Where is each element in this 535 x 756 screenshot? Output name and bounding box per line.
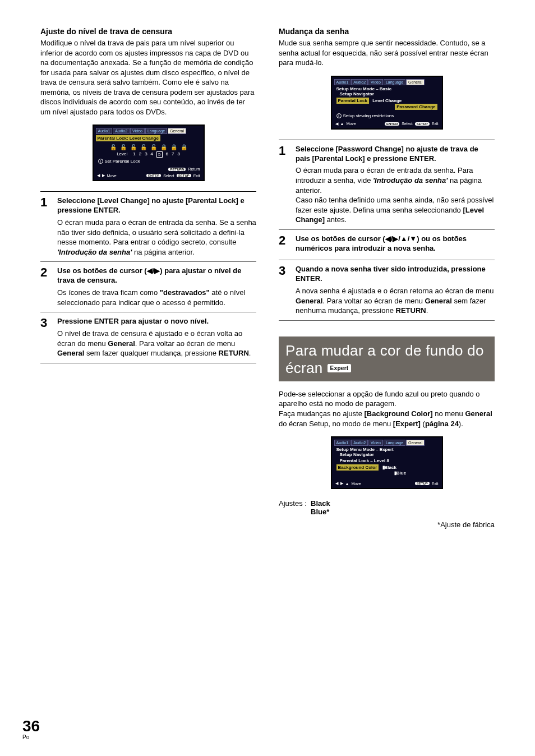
cursor-up-icon: ▲ [340,122,344,126]
factory-note: *Ajuste de fábrica [279,520,495,529]
step-1: 1 Seleccione [Password Change] no ajuste… [279,145,495,230]
lock-open-icon: 🔓 [120,144,127,150]
cursor-left-icon: ◀ [335,122,338,126]
ajustes-list: Ajustes : Black Ajustes : Blue* [279,499,495,516]
cursor-left-icon: ◀ [97,173,100,178]
ui-tab: Audio2 [113,128,130,134]
ui-tab: Video [130,128,145,134]
step-1: 1 Seleccione [Level Change] no ajuste [P… [40,196,256,262]
step-title: Seleccione [Level Change] no ajuste [Par… [57,196,256,215]
step-title: Use os botões de cursor (◀/▶) para ajust… [57,266,256,285]
password-change-option: Password Change [395,104,437,110]
step-3: 3 Pressione ENTER para ajustar o novo ní… [40,317,256,363]
cursor-left-icon: ◀ [335,481,338,486]
step-desc: Os ícones de trava ficam como "destravad… [57,288,256,307]
cursor-right-icon: ▶ [340,481,343,486]
step-desc: O nível de trava de censura é ajustado e… [57,329,256,358]
expert-badge: Expert [328,364,352,372]
ui-background-color: Audio1 Audio2 Video Language General Set… [331,436,443,489]
setup-pill: SETUP [177,174,191,177]
page-number: 36 [22,718,40,734]
right-column: Mudança da senha Mude sua senha sempre q… [279,27,495,529]
step-title: Pressione ENTER para ajustar o novo níve… [57,317,256,326]
page-footer: 36 Po [22,718,40,740]
step-desc: O écran muda para o écran de entrada da … [57,218,256,257]
lock-open-icon: 🔓 [150,144,157,150]
enter-pill: ENTER [146,174,161,177]
info-icon: i [98,159,103,164]
step-3: 3 Quando a nova senha tiver sido introdu… [279,265,495,320]
after-banner-text: Pode-se seleccionar a opção de fundo azu… [279,389,495,428]
level-selected: 5 [156,151,162,158]
lock-closed-icon: 🔒 [160,144,167,150]
cursor-right-icon: ▶ [102,173,105,178]
ui-password-change: Audio1 Audio2 Video Language General Set… [331,76,443,130]
ui-bar: Parental Lock: Level Change [96,135,160,141]
return-pill: RETURN [168,168,186,171]
ui-tab: Audio1 [96,128,113,134]
right-intro: Mude sua senha sempre que sentir necessi… [279,38,495,68]
section-banner: Para mudar a cor de fundo do écran Exper… [279,336,495,381]
page-lang: Po [22,734,40,740]
cursor-up-icon: ▲ [345,482,349,486]
info-icon: i [336,113,342,118]
left-heading: Ajuste do nível de trava de censura [40,27,256,36]
left-column: Ajuste do nível de trava de censura Modi… [40,27,256,529]
ui-tab-active: General [168,128,186,134]
lock-open-icon: 🔓 [130,144,137,150]
ui-tab: Language [145,128,167,134]
step-2: 2 Use os botões de cursor (◀/▶) para aju… [40,266,256,312]
level-label: Level [117,151,127,158]
step-2: 2 Use os botões de cursor (◀/▶/▲/▼) ou o… [279,234,495,261]
left-intro: Modifique o nível da trava de pais para … [40,38,256,117]
right-heading: Mudança da senha [279,27,495,36]
lock-closed-icon: 🔒 [181,144,187,150]
lock-open-icon: 🔓 [140,144,147,150]
lock-open-icon: 🔓 [110,144,117,150]
lock-closed-icon: 🔒 [170,144,177,150]
ui-parental-level: Audio1 Audio2 Video Language General Par… [93,125,205,181]
